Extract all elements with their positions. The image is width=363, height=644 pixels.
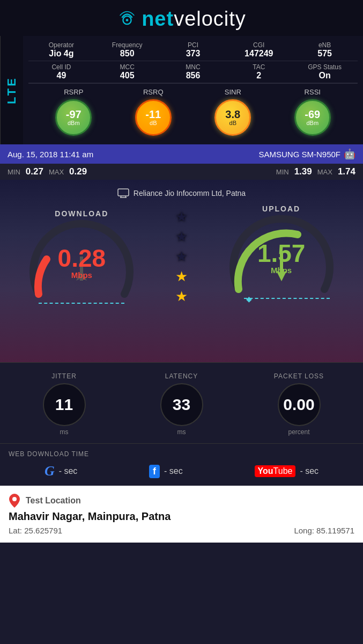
monitor-icon bbox=[117, 188, 129, 198]
download-value-group: 0.28 Mbps bbox=[58, 246, 106, 280]
jitter-circle: 11 bbox=[43, 383, 86, 426]
star-5: ★ bbox=[175, 288, 188, 305]
stats-section: JITTER 11 ms LATENCY 33 ms PACKET LOSS 0… bbox=[0, 362, 363, 443]
pci-cell: PCI 373 bbox=[160, 41, 226, 58]
long-label: Long: bbox=[294, 526, 314, 535]
location-coords: Lat: 25.625791 Long: 85.119571 bbox=[9, 526, 354, 535]
upload-label: UPLOAD bbox=[262, 204, 300, 213]
dl-min-value: 0.27 bbox=[26, 166, 43, 177]
signal-row: RSRP -97 dBm RSRQ -11 dB SINR 3.8 dB bbox=[28, 83, 358, 141]
tac-cell: TAC 2 bbox=[226, 63, 292, 80]
gps-label: GPS Status bbox=[292, 63, 358, 71]
packetloss-circle: 0.00 bbox=[278, 383, 321, 426]
date-bar: Aug. 15, 2018 11:41 am SAMSUNG SM-N950F … bbox=[0, 144, 363, 164]
cgi-label: CGI bbox=[226, 41, 292, 49]
rsrq-badge: -11 dB bbox=[135, 99, 172, 136]
long-value: 85.119571 bbox=[316, 526, 354, 535]
rsrq-cell: RSRQ -11 dB bbox=[114, 88, 194, 136]
rsrp-unit: dBm bbox=[68, 120, 80, 126]
dl-min-label: MIN bbox=[8, 168, 20, 176]
location-header: Test Location bbox=[9, 493, 354, 508]
rsrp-value: -97 bbox=[66, 109, 82, 120]
latency-label: LATENCY bbox=[123, 372, 240, 380]
dl-minmax-group: MIN 0.27 MAX 0.29 bbox=[8, 166, 87, 177]
download-gauge: DOWNLOAD 0.28 Mbps bbox=[23, 209, 140, 304]
rsrq-unit: dB bbox=[150, 120, 157, 126]
sinr-value: 3.8 bbox=[225, 109, 240, 120]
isp-row: Reliance Jio Infocomm Ltd, Patna bbox=[5, 185, 358, 204]
svg-rect-2 bbox=[118, 189, 129, 196]
long-display: Long: 85.119571 bbox=[294, 526, 354, 535]
youtube-webdl: YouTube - sec bbox=[255, 463, 319, 479]
rsrp-badge: -97 dBm bbox=[55, 99, 92, 136]
youtube-time: - sec bbox=[300, 466, 318, 476]
operator-label: Operator bbox=[28, 41, 94, 49]
sinr-cell: SINR 3.8 dB bbox=[193, 88, 273, 136]
lte-info-row-1: Operator Jio 4g Frequency 850 PCI 373 CG… bbox=[28, 39, 358, 61]
sinr-label: SINR bbox=[193, 88, 273, 96]
rsrp-cell: RSRP -97 dBm bbox=[34, 88, 114, 136]
google-webdl: G - sec bbox=[45, 463, 77, 479]
latency-value: 33 bbox=[173, 397, 190, 413]
webdl-section: WEB DOWNLOAD TIME G - sec f - sec YouTub… bbox=[0, 443, 363, 486]
dl-max-value: 0.29 bbox=[69, 166, 87, 177]
mcc-cell: MCC 405 bbox=[94, 63, 160, 80]
jitter-unit: ms bbox=[5, 428, 123, 436]
upload-value-group: 1.57 Mbps bbox=[257, 241, 306, 275]
location-name: Mahavir Nagar, Mainpura, Patna bbox=[9, 510, 354, 523]
ul-min-value: 1.39 bbox=[294, 166, 312, 177]
minmax-bar: MIN 0.27 MAX 0.29 MIN 1.39 MAX 1.74 bbox=[0, 164, 363, 180]
latency-unit: ms bbox=[123, 428, 240, 436]
cellid-value: 49 bbox=[28, 71, 94, 80]
netvelocity-logo-icon bbox=[117, 9, 137, 30]
ul-max-label: MAX bbox=[317, 168, 332, 176]
operator-value: Jio 4g bbox=[28, 49, 94, 58]
mnc-value: 856 bbox=[160, 71, 226, 80]
jitter-value: 11 bbox=[55, 397, 73, 413]
star-2: ★ bbox=[175, 229, 188, 245]
enb-label: eNB bbox=[292, 41, 358, 49]
frequency-value: 850 bbox=[94, 49, 160, 58]
date-text: Aug. 15, 2018 11:41 am bbox=[8, 150, 93, 159]
webdl-row: G - sec f - sec YouTube - sec bbox=[9, 463, 354, 479]
google-time: - sec bbox=[59, 466, 78, 476]
cgi-cell: CGI 147249 bbox=[226, 41, 292, 58]
dl-max-label: MAX bbox=[49, 168, 64, 176]
download-gauge-wrap: 0.28 Mbps bbox=[28, 219, 135, 299]
tac-label: TAC bbox=[226, 63, 292, 71]
facebook-time: - sec bbox=[164, 466, 183, 476]
lte-info-row-2: Cell ID 49 MCC 405 MNC 856 TAC 2 GPS Sta… bbox=[28, 61, 358, 83]
latency-circle: 33 bbox=[160, 383, 203, 426]
rssi-cell: RSSI -69 dBm bbox=[273, 88, 353, 136]
location-section: Test Location Mahavir Nagar, Mainpura, P… bbox=[0, 486, 363, 543]
mcc-label: MCC bbox=[94, 63, 160, 71]
mcc-value: 405 bbox=[94, 71, 160, 80]
rssi-badge: -69 dBm bbox=[294, 99, 331, 136]
lat-value: 25.625791 bbox=[24, 526, 62, 535]
isp-name: Reliance Jio Infocomm Ltd, Patna bbox=[134, 189, 246, 197]
svg-point-10 bbox=[12, 497, 17, 501]
rsrq-label: RSRQ bbox=[114, 88, 194, 96]
device-text: SAMSUNG SM-N950F 🤖 bbox=[258, 148, 355, 160]
download-speed-value: 0.28 bbox=[58, 246, 106, 270]
packetloss-cell: PACKET LOSS 0.00 percent bbox=[240, 372, 358, 436]
packetloss-value: 0.00 bbox=[283, 397, 314, 413]
device-name: SAMSUNG SM-N950F bbox=[258, 150, 340, 159]
facebook-icon: f bbox=[149, 465, 160, 478]
cellid-label: Cell ID bbox=[28, 63, 94, 71]
ul-minmax-group: MIN 1.39 MAX 1.74 bbox=[276, 166, 355, 177]
rssi-label: RSSI bbox=[273, 88, 353, 96]
sinr-unit: dB bbox=[229, 120, 236, 126]
lte-label: LTE bbox=[0, 36, 23, 144]
jitter-label: JITTER bbox=[5, 372, 123, 380]
jitter-cell: JITTER 11 ms bbox=[5, 372, 123, 436]
rsrq-value: -11 bbox=[145, 109, 161, 120]
upload-gauge-wrap: 1.57 Mbps bbox=[228, 214, 335, 295]
svg-point-1 bbox=[126, 19, 129, 21]
webdl-title: WEB DOWNLOAD TIME bbox=[9, 450, 354, 458]
lte-info: Operator Jio 4g Frequency 850 PCI 373 CG… bbox=[23, 36, 363, 144]
packetloss-label: PACKET LOSS bbox=[240, 372, 358, 380]
star-1: ★ bbox=[175, 209, 188, 225]
google-icon: G bbox=[45, 463, 55, 479]
app-header: netvelocity bbox=[0, 0, 363, 36]
